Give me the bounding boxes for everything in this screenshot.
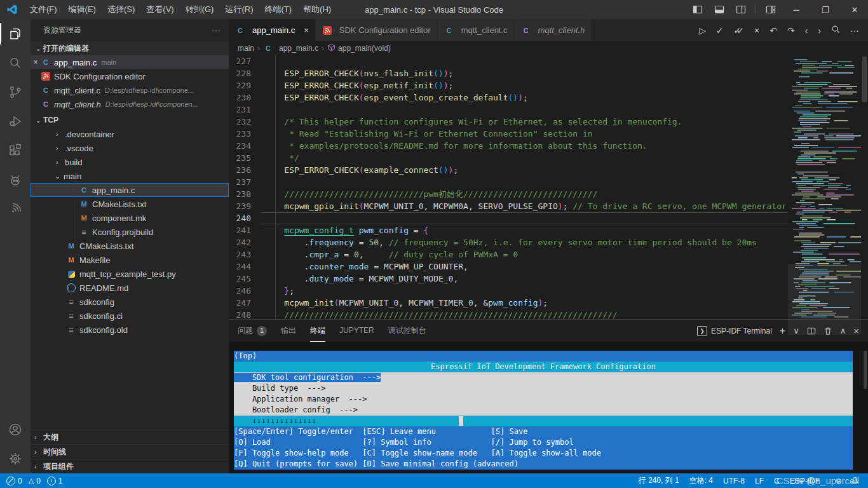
search-icon[interactable] — [0, 48, 31, 78]
terminal-scrollbar[interactable] — [864, 351, 867, 389]
cancel-icon[interactable]: × — [754, 25, 759, 36]
status-item[interactable]: 空格: 4 — [689, 475, 713, 486]
navigate-forward-icon[interactable]: › — [818, 25, 821, 36]
tree-folder-.vscode[interactable]: ›.vscode — [31, 141, 229, 155]
minimap-slider[interactable] — [788, 264, 861, 335]
section-项目组件[interactable]: ›项目组件 — [31, 459, 229, 473]
tree-folder-.devcontainer[interactable]: ›.devcontainer — [31, 127, 229, 141]
code-line[interactable]: 238 ////////////////////////////pwm初始化//… — [229, 188, 788, 200]
undo-icon[interactable]: ↶ — [770, 25, 777, 36]
terminal-view[interactable]: (Top)Espressif IoT Development Framework… — [229, 342, 868, 473]
search-editor-icon[interactable] — [831, 25, 840, 36]
code-line[interactable]: 234 * examples/protocols/README.md for m… — [229, 140, 788, 152]
toggle-sidebar-icon[interactable] — [688, 0, 707, 19]
close-button[interactable]: ✕ — [841, 0, 868, 19]
minimap[interactable] — [788, 55, 861, 319]
menu-终端[interactable]: 终端(T) — [259, 0, 297, 19]
open-editor-item[interactable]: ×Capp_main.cmain — [31, 55, 229, 69]
editor-scrollbar[interactable] — [861, 55, 868, 319]
open-editor-item[interactable]: Cmqtt_client.hD:\esp\idf\esp-idf\compone… — [31, 97, 229, 111]
code-line[interactable]: 233 * Read "Establishing Wi-Fi or Ethern… — [229, 128, 788, 140]
toggle-secondary-sidebar-icon[interactable] — [731, 0, 750, 19]
status-item[interactable]: LF — [755, 477, 764, 485]
toggle-panel-icon[interactable] — [710, 0, 729, 19]
editor-tab-mqtt_client.c[interactable]: Cmqtt_client.c — [438, 19, 515, 41]
breadcrumb-item-main[interactable]: main — [238, 44, 254, 53]
accounts-icon[interactable] — [0, 415, 31, 444]
minimize-button[interactable]: ─ — [783, 0, 810, 19]
status-item[interactable]: UTF-8 — [723, 477, 745, 485]
code-line[interactable]: 237 — [229, 176, 788, 188]
code-line[interactable]: 243 .cmpr_a = 0, // duty cycle of PWMxA … — [229, 248, 788, 261]
espressif-icon[interactable] — [0, 194, 31, 224]
tree-file-CMakeLists.txt[interactable]: MCMakeLists.txt — [31, 197, 229, 211]
section-时间线[interactable]: ›时间线 — [31, 444, 229, 459]
new-terminal-icon[interactable]: + — [780, 325, 785, 337]
navigate-back-icon[interactable]: ‹ — [805, 25, 808, 36]
tree-folder-main[interactable]: ⌄main — [31, 169, 229, 183]
code-line[interactable]: 231 — [229, 104, 788, 116]
terminal-select[interactable]: ❯ ESP-IDF Terminal — [697, 326, 772, 336]
source-control-icon[interactable] — [0, 78, 31, 107]
double-check-icon[interactable]: ✓✓ — [734, 25, 744, 36]
menuconfig-item[interactable]: SDK tool configuration ---> — [234, 372, 853, 383]
code-line[interactable]: 246 }; — [229, 285, 788, 297]
code-line[interactable]: 242 .frequency = 50, // frequency = 50Hz… — [229, 236, 788, 248]
menuconfig-item[interactable]: Build type ---> — [234, 383, 853, 394]
status-item[interactable]: ESP-IDF — [790, 477, 820, 485]
tree-file-Kconfig.projbuild[interactable]: ≡Kconfig.projbuild — [31, 225, 229, 239]
code-line[interactable]: 241 mcpwm_config_t pwm_config = { — [229, 224, 788, 236]
code-line[interactable]: 230 ESP_ERROR_CHECK(esp_event_loop_creat… — [229, 92, 788, 104]
code-line[interactable]: 232 /* This helper function configures W… — [229, 116, 788, 128]
code-line[interactable]: 245 .duty_mode = MCPWM_DUTY_MODE_0, — [229, 273, 788, 285]
tree-file-sdkconfig.old[interactable]: ≡sdkconfig.old — [31, 323, 229, 337]
breadcrumb-item-app_main(void)[interactable]: app_main(void) — [327, 43, 391, 53]
open-editors-header[interactable]: ⌄ 打开的编辑器 — [31, 41, 229, 55]
settings-gear-icon[interactable] — [0, 444, 31, 473]
menu-查看[interactable]: 查看(V) — [140, 0, 179, 19]
code-line[interactable]: 235 */ — [229, 152, 788, 164]
close-tab-icon[interactable]: × — [304, 25, 309, 35]
menu-帮助[interactable]: 帮助(H) — [297, 0, 337, 19]
more-actions-icon[interactable]: ··· — [212, 26, 221, 35]
notifications-bell-icon[interactable] — [851, 477, 859, 485]
panel-tab-JUPYTER[interactable]: JUPYTER — [339, 320, 374, 342]
menu-转到[interactable]: 转到(G) — [180, 0, 220, 19]
menu-选择[interactable]: 选择(S) — [102, 0, 140, 19]
menu-文件[interactable]: 文件(F) — [24, 0, 63, 19]
code-line[interactable]: 228 ESP_ERROR_CHECK(nvs_flash_init()); — [229, 67, 788, 79]
customize-layout-icon[interactable] — [761, 0, 780, 19]
tree-file-sdkconfig.ci[interactable]: ≡sdkconfig.ci — [31, 309, 229, 323]
breadcrumb-item-app_main.c[interactable]: Capp_main.c — [263, 43, 318, 53]
tree-folder-build[interactable]: ›build — [31, 155, 229, 169]
status-problems[interactable]: 0 △0 i1 — [6, 477, 63, 485]
panel-tab-调试控制台[interactable]: 调试控制台 — [388, 320, 426, 342]
close-editor-icon[interactable]: × — [31, 58, 41, 67]
extensions-icon[interactable] — [0, 136, 31, 165]
editor-code-area[interactable]: 227228 ESP_ERROR_CHECK(nvs_flash_init())… — [229, 55, 788, 319]
restore-button[interactable]: ❐ — [812, 0, 839, 19]
folder-tcp-header[interactable]: ⌄ TCP — [31, 113, 229, 127]
feedback-smiley-icon[interactable]: ☺ — [834, 476, 843, 485]
code-line[interactable]: 244 .counter_mode = MCPWM_UP_COUNTER, — [229, 261, 788, 273]
editor-tab-app_main.c[interactable]: Capp_main.c× — [229, 19, 316, 41]
code-line[interactable]: 229 ESP_ERROR_CHECK(esp_netif_init()); — [229, 79, 788, 92]
menuconfig-item[interactable]: Application manager ---> — [234, 394, 853, 405]
tree-file-component.mk[interactable]: Mcomponent.mk — [31, 211, 229, 225]
code-line[interactable]: 248 ////////////////////////////////////… — [229, 309, 788, 319]
panel-tab-输出[interactable]: 输出 — [281, 320, 296, 342]
status-item[interactable]: 行 240, 列 1 — [639, 475, 679, 486]
redo-icon[interactable]: ↷ — [787, 25, 795, 36]
tree-file-Makefile[interactable]: MMakefile — [31, 253, 229, 267]
editor-tab-SDK Configuration editor[interactable]: SDK Configuration editor — [316, 19, 438, 41]
tree-file-mqtt_tcp_example_test.py[interactable]: mqtt_tcp_example_test.py — [31, 267, 229, 281]
tree-file-app_main.c[interactable]: Capp_main.c — [31, 183, 229, 197]
status-item[interactable]: C — [774, 477, 780, 485]
more-icon[interactable]: ··· — [850, 25, 859, 36]
panel-tab-问题[interactable]: 问题1 — [238, 320, 267, 342]
run-icon[interactable]: ▷ — [699, 25, 706, 36]
tree-file-CMakeLists.txt[interactable]: MCMakeLists.txt — [31, 239, 229, 253]
menu-运行[interactable]: 运行(R) — [219, 0, 259, 19]
code-line[interactable]: 239 mcpwm_gpio_init(MCPWM_UNIT_0, MCPWM0… — [229, 200, 788, 212]
menuconfig-item[interactable]: Bootloader config ---> — [234, 405, 853, 416]
